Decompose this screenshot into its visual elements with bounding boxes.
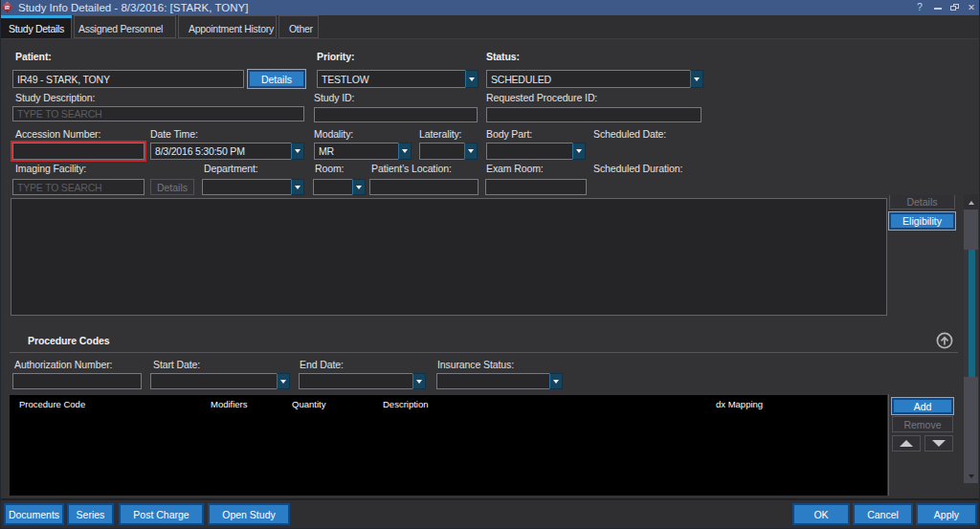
svg-text:IR: IR [5, 5, 10, 11]
